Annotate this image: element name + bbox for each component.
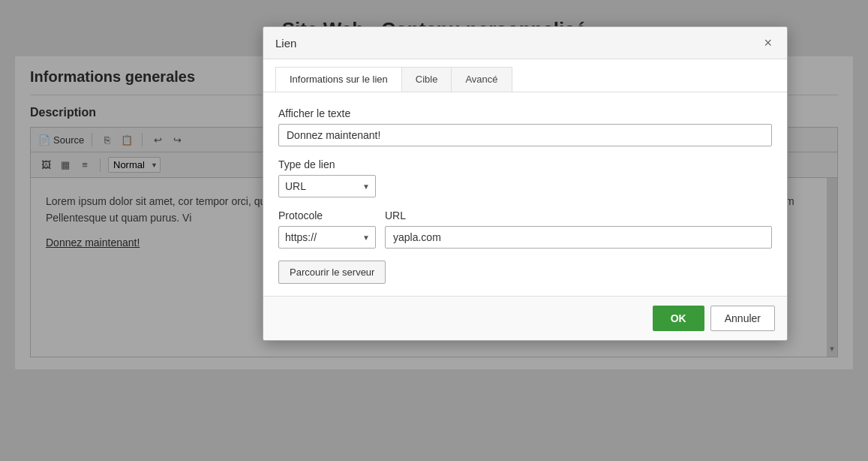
modal-header: Lien ×	[263, 27, 787, 59]
modal-title: Lien	[275, 37, 296, 50]
modal-footer: OK Annuler	[263, 296, 787, 340]
display-text-group: Afficher le texte	[278, 107, 772, 146]
display-text-input[interactable]	[278, 124, 772, 146]
protocol-url-row: Protocole https:// http:// ftp:// // URL	[278, 209, 772, 249]
protocol-group: Protocole https:// http:// ftp:// //	[278, 209, 376, 249]
link-type-group: Type de lien URL Email Ancre	[278, 158, 772, 197]
link-type-select[interactable]: URL Email Ancre	[278, 175, 376, 197]
url-label: URL	[385, 209, 772, 221]
modal-dialog: Lien × Informations sur le lien Cible Av…	[263, 26, 788, 341]
browse-server-group: Parcourir le serveur	[278, 261, 772, 284]
tab-cible[interactable]: Cible	[401, 67, 452, 92]
tab-avance[interactable]: Avancé	[451, 67, 512, 92]
modal-tabs: Informations sur le lien Cible Avancé	[263, 59, 787, 92]
modal-body: Afficher le texte Type de lien URL Email…	[263, 92, 787, 296]
cancel-button[interactable]: Annuler	[710, 306, 775, 331]
protocol-label: Protocole	[278, 209, 376, 221]
protocol-select[interactable]: https:// http:// ftp:// //	[278, 226, 376, 249]
modal-close-button[interactable]: ×	[761, 36, 775, 50]
link-type-select-wrapper[interactable]: URL Email Ancre	[278, 175, 376, 197]
tab-info[interactable]: Informations sur le lien	[275, 67, 402, 92]
display-text-label: Afficher le texte	[278, 107, 772, 119]
protocol-select-wrapper[interactable]: https:// http:// ftp:// //	[278, 226, 376, 249]
link-type-label: Type de lien	[278, 158, 772, 170]
browse-server-button[interactable]: Parcourir le serveur	[278, 261, 386, 284]
ok-button[interactable]: OK	[653, 306, 704, 331]
url-group: URL	[385, 209, 772, 249]
url-input[interactable]	[385, 226, 772, 249]
